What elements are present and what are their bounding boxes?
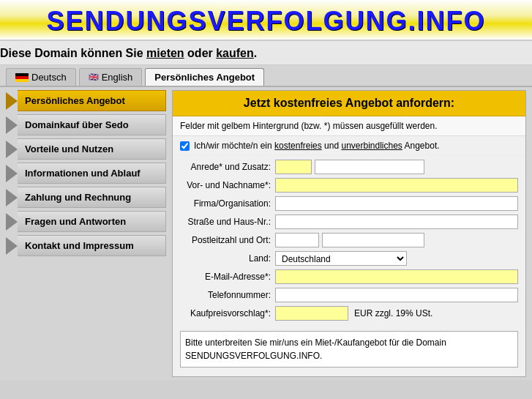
tab-english-label: English xyxy=(102,72,133,83)
flag-en-icon: 🇬🇧 xyxy=(89,72,99,82)
textarea-row: Bitte unterbreiten Sie mir/uns ein Miet-… xyxy=(173,327,525,372)
tab-deutsch[interactable]: Deutsch xyxy=(6,68,76,86)
input-area-kaufpreis: EUR zzgl. 19% USt. xyxy=(275,306,518,321)
form-row-telefon: Telefonnummer: xyxy=(180,287,518,303)
input-area-name xyxy=(275,178,518,193)
sidebar-label: Kontakt und Impressum xyxy=(18,235,166,256)
label-land: Land: xyxy=(180,253,275,264)
header: SENDUNGSVERFOLGUNG.INFO xyxy=(0,0,532,40)
label-anrede: Anrede* und Zusatz: xyxy=(180,162,275,172)
form-row-kaufpreis: Kaufpreisvorschlag*: EUR zzgl. 19% USt. xyxy=(180,305,518,321)
sidebar-item-domainkauf-sedo[interactable]: Domainkauf über Sedo xyxy=(6,114,166,135)
arrow-icon xyxy=(6,92,18,110)
panel-header: Jetzt kostenfreies Angebot anfordern: xyxy=(173,91,525,116)
site-title: SENDUNGSVERFOLGUNG.INFO xyxy=(0,6,532,37)
arrow-icon xyxy=(6,141,18,158)
sidebar-label: Domainkauf über Sedo xyxy=(18,114,166,135)
form-row-strasse: Straße und Haus-Nr.: xyxy=(180,214,518,230)
input-ort[interactable] xyxy=(322,233,424,247)
input-kaufpreis[interactable] xyxy=(275,306,348,321)
input-email[interactable] xyxy=(275,269,518,284)
right-panel: Jetzt kostenfreies Angebot anfordern: Fe… xyxy=(172,90,526,377)
input-telefon[interactable] xyxy=(275,288,518,302)
tab-english[interactable]: 🇬🇧 English xyxy=(79,68,143,86)
subtitle-oder: oder xyxy=(184,47,217,59)
sidebar-label: Persönliches Angebot xyxy=(18,90,166,111)
sidebar-label: Zahlung und Rechnung xyxy=(18,187,166,208)
form-row-firma: Firma/Organisation: xyxy=(180,195,518,212)
tab-angebot[interactable]: Persönliches Angebot xyxy=(145,68,264,86)
sidebar-label: Informationen und Ablauf xyxy=(18,163,166,184)
sidebar-item-fragen-antworten[interactable]: Fragen und Antworten xyxy=(6,211,166,232)
sidebar-item-kontakt-impressum[interactable]: Kontakt und Impressum xyxy=(6,235,166,256)
form-row-email: E-Mail-Adresse*: xyxy=(180,269,518,285)
tab-bar: Deutsch 🇬🇧 English Persönliches Angebot xyxy=(0,65,532,87)
arrow-icon xyxy=(6,165,18,182)
input-zusatz[interactable] xyxy=(315,160,424,174)
sidebar: Persönliches Angebot Domainkauf über Sed… xyxy=(0,87,172,380)
mieten-link[interactable]: mieten xyxy=(146,47,184,59)
form-row-plz: Postleitzahl und Ort: xyxy=(180,232,518,248)
form-area: Anrede* und Zusatz: Vor- und Nachname*: … xyxy=(173,156,525,327)
input-strasse[interactable] xyxy=(275,215,518,229)
tab-angebot-label: Persönliches Angebot xyxy=(154,72,255,83)
input-area-plz xyxy=(275,233,518,247)
label-plz: Postleitzahl und Ort: xyxy=(180,235,275,245)
sidebar-item-informationen-ablauf[interactable]: Informationen und Ablauf xyxy=(6,163,166,184)
checkbox-label: Ich/wir möchte/n ein kostenfreies und un… xyxy=(194,141,440,151)
domain-subtitle: Diese Domain können Sie mieten oder kauf… xyxy=(0,40,532,65)
input-area-strasse xyxy=(275,215,518,229)
angebot-checkbox[interactable] xyxy=(180,141,190,151)
label-name: Vor- und Nachname*: xyxy=(180,180,275,190)
flag-de-icon xyxy=(15,73,29,82)
input-area-telefon xyxy=(275,288,518,302)
arrow-icon xyxy=(6,237,18,255)
input-area-anrede xyxy=(275,160,518,174)
kaufen-link[interactable]: kaufen xyxy=(216,47,254,59)
arrow-icon xyxy=(6,189,18,206)
form-row-land: Land: Deutschland xyxy=(180,250,518,266)
label-strasse: Straße und Haus-Nr.: xyxy=(180,217,275,227)
sidebar-item-persoenliches-angebot[interactable]: Persönliches Angebot xyxy=(6,90,166,111)
label-kaufpreis: Kaufpreisvorschlag*: xyxy=(180,308,275,318)
eur-label: EUR zzgl. 19% USt. xyxy=(354,308,432,318)
arrow-icon xyxy=(6,213,18,231)
label-email: E-Mail-Adresse*: xyxy=(180,272,275,282)
main-content: Persönliches Angebot Domainkauf über Sed… xyxy=(0,87,532,380)
arrow-icon xyxy=(6,116,18,134)
input-area-email xyxy=(275,269,518,284)
tab-deutsch-label: Deutsch xyxy=(31,72,67,83)
form-row-anrede: Anrede* und Zusatz: xyxy=(180,159,518,175)
sidebar-item-zahlung-rechnung[interactable]: Zahlung und Rechnung xyxy=(6,187,166,208)
textarea-notice: Bitte unterbreiten Sie mir/uns ein Miet-… xyxy=(180,331,518,368)
form-row-name: Vor- und Nachname*: xyxy=(180,177,518,193)
sidebar-item-vorteile-nutzen[interactable]: Vorteile und Nutzen xyxy=(6,138,166,160)
input-firma[interactable] xyxy=(275,196,518,211)
input-name[interactable] xyxy=(275,178,518,193)
input-plz[interactable] xyxy=(275,233,319,247)
input-area-land: Deutschland xyxy=(275,251,518,266)
label-firma: Firma/Organisation: xyxy=(180,198,275,209)
input-area-firma xyxy=(275,196,518,211)
panel-notice: Felder mit gelbem Hintergrund (bzw. *) m… xyxy=(173,116,525,136)
sidebar-label: Fragen und Antworten xyxy=(18,211,166,232)
subtitle-text: Diese Domain können Sie xyxy=(0,47,146,59)
select-land[interactable]: Deutschland xyxy=(275,251,407,266)
subtitle-end: . xyxy=(254,47,257,59)
label-telefon: Telefonnummer: xyxy=(180,290,275,300)
sidebar-label: Vorteile und Nutzen xyxy=(18,138,166,160)
checkbox-row: Ich/wir möchte/n ein kostenfreies und un… xyxy=(173,136,525,156)
input-anrede[interactable] xyxy=(275,160,312,174)
